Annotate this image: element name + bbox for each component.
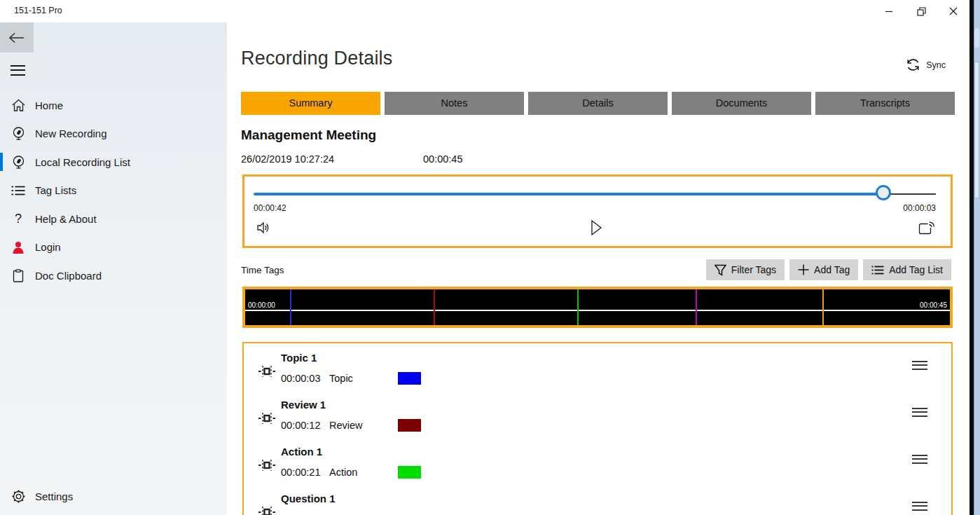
volume-button[interactable] — [256, 221, 272, 237]
back-arrow-icon — [9, 32, 25, 43]
sidebar-item-label: Local Recording List — [35, 156, 130, 168]
elapsed-time: 00:00:42 — [254, 203, 287, 213]
tag-color-swatch — [398, 419, 421, 432]
back-button[interactable] — [0, 22, 34, 53]
microphone-icon — [10, 153, 27, 170]
adjust-tag-icon[interactable] — [258, 504, 276, 515]
tag-list-item[interactable]: Topic 1 00:00:03 Topic — [244, 343, 951, 390]
background-scrollbar-knob — [974, 28, 979, 48]
timeline-axis — [245, 310, 950, 311]
sidebar-item-label: Doc Clipboard — [35, 270, 102, 282]
sidebar-item-doc-clipboard[interactable]: Doc Clipboard — [0, 261, 227, 290]
filter-tags-label: Filter Tags — [731, 264, 776, 275]
sync-icon — [906, 57, 920, 72]
tag-list-panel: Topic 1 00:00:03 Topic — [242, 342, 953, 515]
sidebar-item-new-recording[interactable]: New Recording — [0, 120, 227, 149]
hamburger-menu-button[interactable] — [9, 62, 26, 78]
adjust-tag-icon[interactable] — [258, 411, 276, 426]
tag-color-swatch — [398, 372, 421, 385]
tag-category: Action — [329, 467, 398, 478]
microphone-icon — [10, 125, 27, 142]
tag-menu-button[interactable] — [912, 453, 929, 465]
recording-meta: 26/02/2019 10:27:24 00:00:45 — [241, 153, 462, 165]
adjust-tag-icon[interactable] — [258, 364, 276, 379]
filter-tags-button[interactable]: Filter Tags — [706, 259, 785, 280]
player-controls — [244, 221, 951, 239]
tag-list-item[interactable]: Review 1 00:00:12 Review — [244, 390, 951, 437]
tag-category: Topic — [329, 373, 398, 384]
tag-menu-button[interactable] — [912, 359, 929, 371]
playback-slider[interactable] — [254, 177, 936, 209]
timeline-tag-marker[interactable] — [696, 289, 697, 325]
app-title: 151-151 Pro — [14, 6, 62, 15]
timeline-tag-marker[interactable] — [577, 289, 579, 325]
tab[interactable]: Notes — [385, 92, 524, 115]
adjust-tag-icon[interactable] — [258, 458, 276, 473]
sidebar-item-login[interactable]: Login — [0, 233, 227, 262]
tab[interactable]: Documents — [672, 92, 811, 115]
timeline-tag-marker[interactable] — [434, 289, 435, 325]
timeline[interactable]: 00:00:00 00:00:45 — [242, 287, 953, 328]
sync-label: Sync — [926, 60, 946, 70]
minimize-button[interactable] — [873, 0, 905, 22]
sidebar-item-tag-lists[interactable]: Tag Lists — [0, 177, 227, 205]
tag-content: Action 1 00:00:21 Action — [281, 446, 421, 479]
add-tag-list-label: Add Tag List — [889, 264, 943, 275]
hamburger-icon — [912, 408, 929, 417]
timeline-tag-marker[interactable] — [290, 289, 291, 325]
sidebar-item-label: Home — [35, 99, 63, 111]
sidebar-item-help-about[interactable]: ? Help & About — [0, 205, 227, 233]
tag-menu-button[interactable] — [912, 500, 929, 512]
play-icon — [589, 219, 603, 236]
sidebar-item-home[interactable]: Home — [0, 91, 227, 120]
main-content: Recording Details Sync Summary Notes Det… — [227, 22, 969, 515]
tag-time: 00:00:21 — [281, 467, 329, 478]
tag-time: 00:00:03 — [281, 373, 329, 384]
tag-list-item[interactable]: Question 1 — [244, 484, 951, 515]
plus-icon — [798, 264, 809, 275]
recording-duration: 00:00:45 — [423, 153, 462, 165]
add-tag-list-button[interactable]: Add Tag List — [863, 259, 951, 280]
hamburger-icon — [912, 502, 929, 511]
slider-track-filled — [254, 193, 883, 195]
tag-detail: 00:00:21 Action — [281, 466, 421, 479]
sidebar-item-local-recording-list[interactable]: Local Recording List — [0, 148, 227, 177]
tag-title: Question 1 — [281, 493, 421, 506]
titlebar: 151-151 Pro — [0, 0, 969, 22]
tag-detail: 00:00:03 Topic — [281, 372, 421, 385]
cast-button[interactable] — [918, 221, 934, 238]
close-button[interactable] — [937, 0, 969, 22]
tab[interactable]: Transcripts — [815, 92, 955, 115]
window-controls — [873, 0, 969, 22]
page-title: Recording Details — [241, 48, 393, 69]
tab[interactable]: Summary — [241, 92, 380, 115]
tag-category: Review — [329, 420, 398, 431]
tag-menu-button[interactable] — [912, 406, 929, 418]
sync-button[interactable]: Sync — [906, 57, 946, 72]
tag-content: Review 1 00:00:12 Review — [281, 399, 421, 432]
tag-list-item[interactable]: Action 1 00:00:21 Action — [244, 437, 951, 484]
sidebar-item-settings[interactable]: Settings — [0, 482, 227, 510]
recording-datetime: 26/02/2019 10:27:24 — [241, 153, 420, 165]
sidebar-item-label: Help & About — [35, 213, 97, 225]
slider-handle[interactable] — [876, 185, 891, 200]
tab[interactable]: Details — [528, 92, 668, 115]
tag-content: Question 1 — [281, 493, 421, 515]
sidebar-nav: Home New Recording Local Recording List — [0, 91, 227, 290]
add-tag-button[interactable]: Add Tag — [789, 259, 858, 280]
timeline-tag-marker[interactable] — [822, 289, 824, 325]
player-panel: 00:00:42 00:00:03 — [242, 174, 953, 248]
app-window: 151-151 Pro Home — [0, 0, 969, 515]
time-tags-label: Time Tags — [241, 265, 284, 275]
close-icon — [949, 7, 958, 15]
restore-button[interactable] — [905, 0, 937, 22]
minimize-icon — [885, 7, 893, 15]
volume-icon — [256, 221, 272, 235]
help-icon: ? — [10, 210, 27, 227]
play-button[interactable] — [589, 219, 603, 238]
home-icon — [10, 97, 27, 114]
tag-color-swatch — [398, 466, 421, 479]
selection-indicator — [0, 153, 3, 171]
restore-icon — [917, 7, 926, 16]
cast-icon — [918, 221, 934, 235]
